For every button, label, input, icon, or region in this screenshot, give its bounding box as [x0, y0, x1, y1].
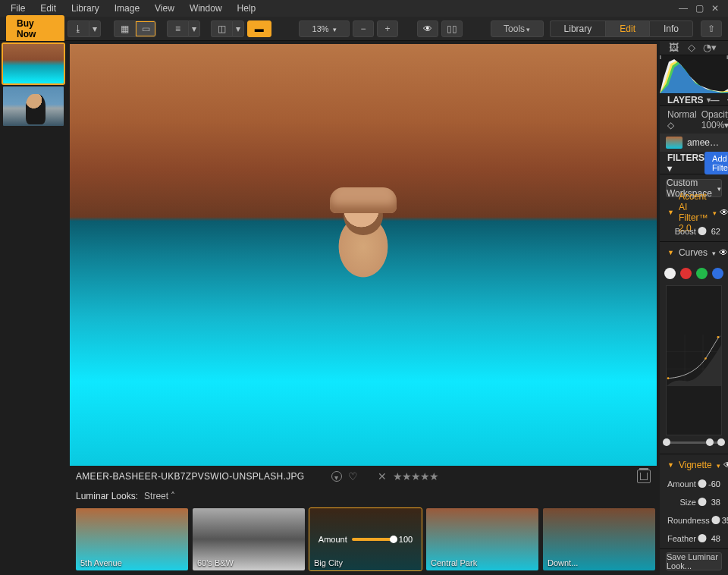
slider-value: 62	[708, 227, 720, 236]
menu-edit[interactable]: Edit	[33, 2, 64, 15]
look-amount-slider[interactable]	[352, 538, 394, 541]
svg-marker-4	[660, 55, 661, 59]
curves-gray-point[interactable]	[706, 438, 714, 446]
thumbnail-1[interactable]	[3, 44, 64, 83]
save-look-button[interactable]: Save Luminar Look...	[666, 552, 722, 570]
tools-dropdown[interactable]: Tools	[491, 20, 544, 37]
filter-name: Curves	[679, 247, 708, 258]
menu-window[interactable]: Window	[182, 2, 230, 15]
channel-luma[interactable]	[664, 268, 676, 279]
look-downtown[interactable]: Downt...	[543, 508, 655, 570]
chevron-down-icon	[331, 24, 337, 33]
filename-label: AMEER-BASHEER-UKB7ZPVSWIO-UNSPLASH.JPG	[76, 471, 304, 482]
filter-accent-header[interactable]: ▼ Accent AI Filter™ 2.0	[660, 202, 728, 223]
menu-bar: File Edit Library Image View Window Help…	[0, 0, 728, 17]
menu-view[interactable]: View	[147, 2, 182, 15]
view-single-icon[interactable]: ▭	[135, 20, 156, 37]
zoom-out-button[interactable]	[353, 20, 374, 37]
slider-label: Roundness	[667, 516, 710, 525]
channel-red[interactable]	[680, 268, 692, 279]
looks-bar: Luminar Looks: Street ˄	[67, 487, 660, 505]
looks-category-dropdown[interactable]: Street ˄	[144, 491, 175, 501]
export-icon[interactable]: ⭳	[67, 20, 89, 37]
align-menu-icon[interactable]: ▾	[188, 20, 200, 37]
layer-minus-icon[interactable]: —	[711, 95, 720, 105]
compare-icon[interactable]: ▯▯	[441, 20, 463, 37]
curves-channel-picker	[660, 263, 728, 284]
tab-edit[interactable]: Edit	[605, 20, 649, 37]
chevron-down-icon	[715, 460, 720, 470]
layers-title: LAYERS	[667, 95, 704, 105]
rating-stars[interactable]: ★★★★★	[393, 470, 438, 482]
histogram[interactable]	[660, 55, 728, 93]
channel-blue[interactable]	[712, 268, 723, 279]
thumbnail-2[interactable]	[3, 86, 64, 126]
layers-section-header[interactable]: LAYERS▾ —+	[660, 93, 728, 106]
preview-eye-icon[interactable]	[417, 20, 438, 37]
filter-curves-header[interactable]: ▼ Curves	[660, 242, 728, 263]
histogram-clock-icon[interactable]: ◔▾	[704, 42, 716, 54]
chevron-down-icon	[525, 24, 530, 34]
curves-range-sliders[interactable]	[666, 437, 722, 449]
window-maximize-icon[interactable]: ▢	[695, 3, 704, 14]
panels-icon[interactable]: ◫	[211, 20, 232, 37]
blend-mode-dropdown[interactable]: Normal ◇	[667, 109, 697, 130]
slider-label: Amount	[667, 479, 696, 489]
buy-now-button[interactable]: Buy Now	[6, 15, 64, 42]
chevron-down-icon	[716, 183, 721, 193]
zoom-level[interactable]: 13%	[299, 20, 350, 37]
curves-black-point[interactable]	[663, 438, 670, 446]
look-big-city[interactable]: Amount 100 Big City	[309, 508, 422, 570]
panel-header-icons: 🖼 ◇ ◔▾	[660, 41, 728, 55]
filmstrip-toggle-icon[interactable]: ▬	[247, 20, 271, 37]
vignette-amount-row: Amount-60	[660, 476, 728, 494]
vignette-feather-row: Feather48	[660, 530, 728, 548]
layer-options: Normal ◇ Opacity: 100%▾ ▾	[660, 106, 728, 134]
filter-visibility-icon[interactable]	[723, 460, 728, 470]
curves-graph[interactable]	[666, 285, 722, 435]
trash-icon[interactable]	[637, 470, 651, 483]
triangle-down-icon: ▼	[667, 249, 674, 256]
zoom-in-button[interactable]	[377, 20, 398, 37]
tab-info[interactable]: Info	[649, 20, 693, 37]
look-60s-bw[interactable]: 60's B&W	[193, 508, 305, 570]
menu-library[interactable]: Library	[64, 2, 107, 15]
menu-help[interactable]: Help	[230, 2, 264, 15]
slider-label: Boost	[667, 227, 696, 236]
slider-value: 38	[708, 498, 720, 507]
export-menu-icon[interactable]: ▾	[89, 20, 101, 37]
filter-vignette-header[interactable]: ▼ Vignette	[660, 454, 728, 476]
image-canvas[interactable]	[70, 44, 657, 466]
channel-green[interactable]	[696, 268, 708, 279]
favorite-icon[interactable]: ♡	[348, 470, 358, 482]
filter-visibility-icon[interactable]	[719, 247, 728, 258]
align-icon[interactable]: ≡	[167, 20, 188, 37]
slider-value: 48	[708, 534, 720, 543]
curves-white-point[interactable]	[717, 438, 725, 446]
tab-library[interactable]: Library	[550, 20, 606, 37]
add-filters-button[interactable]: Add Filters	[704, 152, 728, 174]
canvas-area: AMEER-BASHEER-UKB7ZPVSWIO-UNSPLASH.JPG ♡…	[67, 41, 660, 575]
share-icon[interactable]: ⇧	[701, 20, 722, 37]
color-label-picker[interactable]	[331, 471, 342, 482]
window-minimize-icon[interactable]: —	[679, 3, 688, 14]
slider-label: Feather	[667, 534, 696, 543]
layer-row[interactable]: ameer-basheer-UKB7zPVswIo-uns...	[660, 134, 728, 152]
panels-menu-icon[interactable]: ▾	[232, 20, 244, 37]
reject-icon[interactable]: ✕	[378, 470, 387, 482]
window-close-icon[interactable]: ✕	[711, 3, 719, 14]
chevron-up-icon: ˄	[171, 491, 175, 501]
histogram-layers-icon[interactable]: ◇	[686, 42, 698, 54]
menu-image[interactable]: Image	[107, 2, 147, 15]
looks-label: Luminar Looks:	[76, 491, 138, 501]
view-grid-icon[interactable]: ▦	[114, 20, 135, 37]
toolbar: Buy Now ⭳ ▾ ▦ ▭ ≡ ▾ ◫ ▾ ▬ 13% ▯▯ Tools L…	[0, 17, 728, 41]
look-central-park[interactable]: Central Park	[426, 508, 538, 570]
layer-name: ameer-basheer-UKB7zPVswIo-uns...	[687, 137, 722, 148]
filters-header: FILTERS ▾ Add Filters	[660, 152, 728, 174]
filter-visibility-icon[interactable]	[720, 207, 728, 218]
histogram-image-icon[interactable]: 🖼	[667, 42, 679, 54]
opacity-control[interactable]: Opacity: 100%▾	[701, 109, 728, 130]
look-5th-avenue[interactable]: 5th Avenue	[76, 508, 188, 570]
menu-file[interactable]: File	[3, 2, 33, 15]
